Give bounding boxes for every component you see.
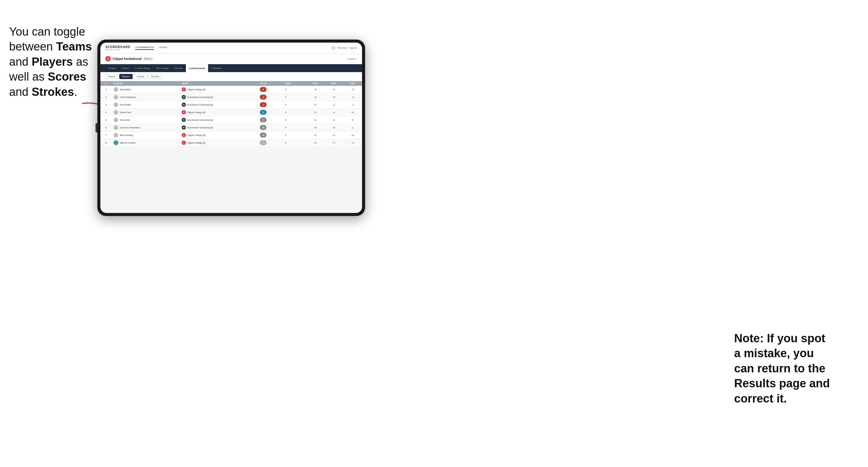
nav-links: TOURNAMENTS TEAMS [135, 46, 331, 50]
player-rd3: +3 [343, 108, 362, 116]
sign-out-link[interactable]: Sign out [349, 47, 357, 49]
leaderboard-scroll: # PLAYER TEAM TOTAL THRU RD1 RD2 RD3 1 E… [100, 81, 362, 147]
player-rd1: +1 [306, 101, 324, 108]
score-badge: +11 [260, 140, 267, 145]
tab-teams[interactable]: Teams [119, 64, 132, 72]
logo-title: SCOREBOARD [105, 45, 130, 49]
tab-printables[interactable]: Printables [208, 64, 225, 72]
player-thru: F [283, 116, 306, 124]
tab-course-setup[interactable]: Course Setup [132, 64, 153, 72]
player-rank: 5 [100, 116, 112, 124]
tablet-screen: SCOREBOARD Powered by clippd TOURNAMENTS… [100, 42, 362, 213]
team-logo: C [182, 133, 186, 137]
subtab-scores[interactable]: Scores [134, 74, 147, 79]
player-rd1: +2 [306, 139, 324, 147]
bold-players: Players [32, 55, 73, 68]
player-rd1: +5 [306, 124, 324, 131]
score-badge: +1 [260, 118, 267, 122]
team-name: Scoreboard University [A] [187, 96, 213, 99]
player-name-cell: David Ford [112, 108, 180, 116]
player-avatar [114, 102, 118, 107]
tab-leaderboards[interactable]: Leaderboards [186, 64, 208, 72]
subtab-players[interactable]: Players [119, 74, 133, 79]
player-thru: F [283, 86, 306, 93]
player-rd3: +2 [343, 139, 362, 147]
player-thru: F [283, 124, 306, 131]
logo-sub: Powered by clippd [105, 49, 130, 51]
player-avatar [114, 110, 118, 115]
player-rd1: +1 [306, 116, 324, 124]
player-rank: 7 [100, 131, 112, 139]
player-rd2: +7 [324, 139, 343, 147]
player-total: +6 [258, 124, 283, 131]
nav-tournaments[interactable]: TOURNAMENTS [135, 46, 154, 50]
team-name: Scoreboard University [A] [187, 103, 213, 106]
player-name: Elliot Ebert [120, 88, 131, 91]
table-row: 2 Chris Robertson SU Scoreboard Universi… [100, 93, 362, 101]
tournament-name: Clippd Invitational (Men) [113, 57, 152, 61]
col-header-rd3: RD3 [343, 81, 362, 86]
player-rd2: +1 [324, 131, 343, 139]
player-name: Chris Robertson [120, 96, 136, 99]
tab-details[interactable]: Details [105, 64, 119, 72]
player-total: E [258, 108, 283, 116]
player-avatar [114, 95, 118, 99]
col-header-team: TEAM [180, 81, 258, 86]
nav-teams[interactable]: TEAMS [159, 46, 167, 50]
player-name-cell: Elliot Ebert [112, 86, 180, 93]
leaderboard-table: # PLAYER TEAM TOTAL THRU RD1 RD2 RD3 1 E… [100, 81, 362, 147]
col-header-rd1: RD1 [306, 81, 324, 86]
score-badge: E [260, 110, 267, 115]
player-name: Rich Butler [120, 103, 131, 106]
player-name-cell: Rich Butler [112, 101, 180, 108]
player-total: -2 [258, 101, 283, 108]
player-name-cell: Cameron Robertson [112, 124, 180, 131]
tab-tee-groups[interactable]: Tee Groups [153, 64, 172, 72]
scoreboard-logo: SCOREBOARD Powered by clippd [105, 45, 130, 51]
player-total: +1 [258, 116, 283, 124]
player-team-cell: SU Scoreboard University [A] [180, 124, 258, 131]
cancel-button[interactable]: Cancel × [347, 58, 357, 60]
player-rank: 4 [100, 108, 112, 116]
subtab-strokes[interactable]: Strokes [148, 74, 162, 79]
player-rd3: E [343, 116, 362, 124]
table-row: 4 David Ford C Clippd College [A] E F +1… [100, 108, 362, 116]
player-name-cell: Blair McHarg [112, 131, 180, 139]
bold-scores: Scores [48, 70, 86, 83]
team-name: Scoreboard University [A] [187, 126, 213, 129]
player-rd3: -1 [343, 124, 362, 131]
player-rank: 3 [100, 101, 112, 108]
team-logo: C [182, 110, 186, 115]
tabs-bar: Details Teams Course Setup Tee Groups Re… [100, 64, 362, 72]
player-thru: F [283, 93, 306, 101]
player-total: +11 [258, 139, 283, 147]
player-rank: 8 [100, 139, 112, 147]
player-team-cell: C Clippd College [A] [180, 86, 258, 93]
tablet-side-button [96, 123, 97, 132]
subtab-teams[interactable]: Teams [105, 74, 118, 79]
player-rd1: +3 [306, 86, 324, 93]
player-avatar [114, 87, 118, 92]
svg-point-1 [115, 88, 117, 89]
svg-point-7 [115, 133, 117, 135]
player-rd1: +1 [306, 108, 324, 116]
team-logo: SU [182, 118, 186, 122]
team-logo: SU [182, 95, 186, 99]
team-logo: SU [182, 125, 186, 130]
user-name: Test User | [337, 47, 347, 49]
col-header-rank: # [100, 81, 112, 86]
table-row: 5 Rees Britt SU Scoreboard University [A… [100, 116, 362, 124]
team-logo: C [182, 141, 186, 145]
player-rank: 2 [100, 93, 112, 101]
player-total: -4 [258, 93, 283, 101]
tab-results[interactable]: Results [172, 64, 186, 72]
sub-tabs: Teams Players Scores Strokes [100, 72, 362, 81]
player-rd2: -2 [324, 101, 343, 108]
player-rd3: +6 [343, 131, 362, 139]
player-rd2: +5 [324, 93, 343, 101]
team-name: Scoreboard University [A] [187, 119, 213, 121]
player-name: Marcus Turners [120, 142, 136, 144]
right-annotation: Note: If you spot a mistake, you can ret… [734, 331, 856, 406]
player-rank: 6 [100, 124, 112, 131]
score-badge: -8 [260, 87, 267, 92]
